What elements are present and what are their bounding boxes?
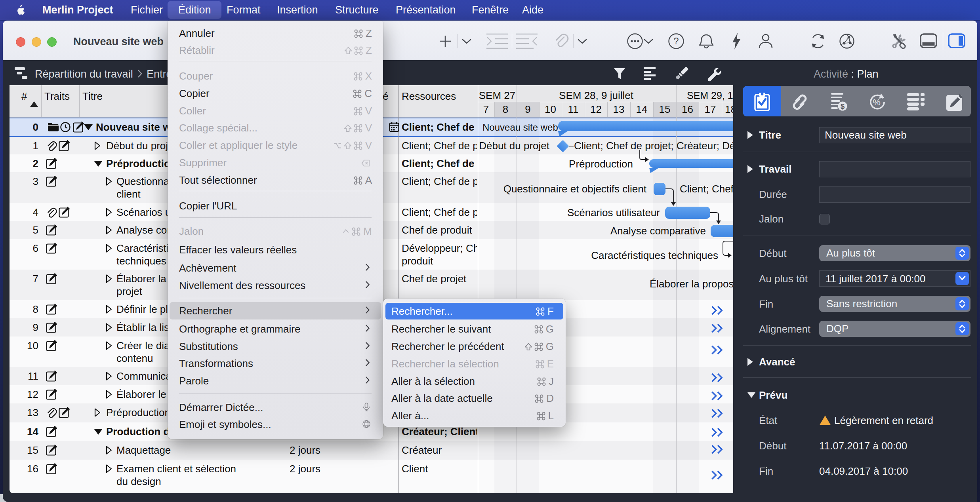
svg-text:?: ? bbox=[673, 36, 679, 46]
svg-text:$: $ bbox=[841, 102, 845, 110]
svg-text:%: % bbox=[873, 97, 881, 107]
